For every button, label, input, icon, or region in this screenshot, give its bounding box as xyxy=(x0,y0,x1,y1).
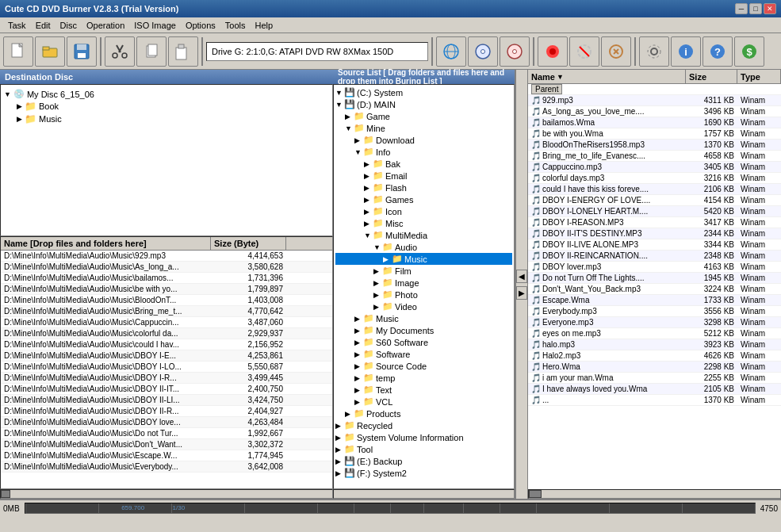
source-hscroll[interactable] xyxy=(333,489,515,499)
source-tree-item[interactable]: ▼📁MultiMedia xyxy=(335,229,512,241)
minimize-button[interactable]: ─ xyxy=(735,3,748,14)
source-tree-item[interactable]: ▶📁Image xyxy=(335,277,512,289)
browser-row[interactable]: 🎵could I have this kiss foreve....2106 K… xyxy=(528,184,781,195)
source-tree[interactable]: ▼💾(C:) System▼💾(D:) MAIN▶📁Game▼📁Mine▶📁Do… xyxy=(333,84,515,489)
browser-row[interactable]: 🎵DBOY lover.mp34163 KBWinam xyxy=(528,262,781,273)
file-list-row[interactable]: D:\Mine\Info\MultiMedia\Audio\Music\Capp… xyxy=(1,317,332,328)
tree-item-music[interactable]: ▶ 📁 Music xyxy=(17,113,329,125)
source-tree-item[interactable]: ▶📁temp xyxy=(335,372,512,384)
browser-row[interactable]: 🎵Do not Turn Off The Lights....1945 KBWi… xyxy=(528,273,781,284)
browser-row[interactable]: 🎵I have always loved you.Wma2105 KBWinam xyxy=(528,384,781,395)
source-tree-item[interactable]: ▶📁Bak xyxy=(335,158,512,170)
file-list-row[interactable]: D:\Mine\Info\MultiMedia\Audio\Music\Bloo… xyxy=(1,295,332,306)
source-tree-item[interactable]: ▶📁Products xyxy=(335,408,512,419)
menu-help[interactable]: Help xyxy=(250,19,278,32)
browser-col-size-header[interactable]: Size xyxy=(686,70,737,83)
file-list-row[interactable]: D:\Mine\Info\MultiMedia\Audio\Music\DBOY… xyxy=(1,384,332,395)
browser-row[interactable]: 🎵eyes on me.mp35212 KBWinam xyxy=(528,328,781,339)
source-tree-item[interactable]: ▼💾(D:) MAIN xyxy=(335,98,512,110)
toolbar-record[interactable] xyxy=(538,36,568,67)
browser-row[interactable]: 🎵DBOY II-LIVE ALONE.MP33344 KBWinam xyxy=(528,239,781,251)
source-tree-item[interactable]: ▶📁Music xyxy=(335,312,512,324)
source-tree-item[interactable]: ▶📁Source Code xyxy=(335,360,512,372)
browser-hscroll[interactable] xyxy=(528,489,781,499)
menu-options[interactable]: Options xyxy=(181,19,220,32)
browser-row[interactable]: 🎵Everybody.mp33556 KBWinam xyxy=(528,306,781,317)
menu-edit[interactable]: Edit xyxy=(31,19,56,32)
browser-row[interactable]: 🎵halo.mp33923 KBWinam xyxy=(528,339,781,350)
source-tree-item[interactable]: ▶📁System Volume Information xyxy=(335,431,512,443)
browser-row[interactable]: 🎵Cappuccino.mp33405 KBWinam xyxy=(528,162,781,173)
toolbar-erase[interactable] xyxy=(569,36,599,67)
browser-row[interactable]: 🎵929.mp34311 KBWinam xyxy=(528,95,781,106)
toolbar-save[interactable] xyxy=(67,36,97,67)
browser-row[interactable]: 🎵i am your man.Wma2255 KBWinam xyxy=(528,373,781,384)
browser-col-name-header[interactable]: Name ▼ xyxy=(528,70,686,83)
source-tree-item[interactable]: ▼📁Info xyxy=(335,146,512,158)
browser-row[interactable]: Parent xyxy=(528,84,781,95)
file-list-row[interactable]: D:\Mine\Info\MultiMedia\Audio\Music\DBOY… xyxy=(1,373,332,384)
source-tree-item[interactable]: ▶📁Photo xyxy=(335,289,512,300)
browser-row[interactable]: 🎵As_long_as_you_love_me....3496 KBWinam xyxy=(528,106,781,117)
source-tree-item[interactable]: ▶📁Icon xyxy=(335,205,512,217)
toolbar-cut[interactable] xyxy=(105,36,135,67)
menu-task[interactable]: Task xyxy=(3,19,31,32)
file-list-row[interactable]: D:\Mine\Info\MultiMedia\Audio\Music\DBOY… xyxy=(1,406,332,417)
browser-row[interactable]: 🎵Hero.Wma2298 KBWinam xyxy=(528,362,781,373)
file-list-row[interactable]: D:\Mine\Info\MultiMedia\Audio\Music\Esca… xyxy=(1,450,332,461)
menu-disc[interactable]: Disc xyxy=(56,19,82,32)
file-list-row[interactable]: D:\Mine\Info\MultiMedia\Audio\Music\coul… xyxy=(1,339,332,350)
source-tree-item[interactable]: ▶📁Text xyxy=(335,384,512,396)
source-tree-item[interactable]: ▶📁My Documents xyxy=(335,324,512,336)
hscroll-thumb[interactable] xyxy=(1,490,10,498)
toolbar-open[interactable] xyxy=(35,36,65,67)
file-list-row[interactable]: D:\Mine\Info\MultiMedia\Audio\Music\Don'… xyxy=(1,439,332,450)
source-tree-item[interactable]: ▶💾(F:) System2 xyxy=(335,467,512,479)
file-col-name-header[interactable]: Name [Drop files and folders here] xyxy=(1,237,211,250)
source-tree-item[interactable]: ▶📁Email xyxy=(335,170,512,182)
file-list-row[interactable]: D:\Mine\Info\MultiMedia\Audio\Music\be w… xyxy=(1,284,332,295)
toolbar-copy[interactable] xyxy=(136,36,167,67)
source-tree-item[interactable]: ▶📁Games xyxy=(335,193,512,205)
source-tree-item[interactable]: ▶📁Game xyxy=(335,110,512,122)
file-col-size-header[interactable]: Size (Byte) xyxy=(211,237,286,250)
file-list-row[interactable]: D:\Mine\Info\MultiMedia\Audio\Music\929.… xyxy=(1,251,332,262)
close-button[interactable]: ✕ xyxy=(764,3,776,14)
maximize-button[interactable]: □ xyxy=(749,3,762,14)
browser-hscroll-thumb[interactable] xyxy=(529,490,542,498)
source-tree-item[interactable]: ▼💾(C:) System xyxy=(335,86,512,98)
toolbar-disc2[interactable] xyxy=(500,36,530,67)
toolbar-paste[interactable] xyxy=(168,36,198,67)
browser-row[interactable]: 🎵colorful days.mp33216 KBWinam xyxy=(528,173,781,184)
menu-operation[interactable]: Operation xyxy=(82,19,129,32)
scroll-right-btn[interactable]: ▶ xyxy=(516,286,527,300)
file-list[interactable]: Name [Drop files and folders here] Size … xyxy=(0,236,333,489)
file-browser-list[interactable]: Parent🎵929.mp34311 KBWinam🎵As_long_as_yo… xyxy=(528,84,781,489)
source-tree-item[interactable]: ▶📁Tool xyxy=(335,443,512,455)
toolbar-stop[interactable] xyxy=(601,36,631,67)
toolbar-help[interactable]: ? xyxy=(703,36,733,67)
browser-row[interactable]: 🎵DBOY I-REASON.MP33417 KBWinam xyxy=(528,217,781,228)
browser-row[interactable]: 🎵DBOY II-REINCARNATION....2348 KBWinam xyxy=(528,251,781,262)
source-tree-item[interactable]: ▶📁Misc xyxy=(335,217,512,229)
browser-row[interactable]: 🎵bailamos.Wma1690 KBWinam xyxy=(528,117,781,128)
source-tree-item[interactable]: ▶📁Recycled xyxy=(335,419,512,431)
source-tree-item[interactable]: ▶📁Music xyxy=(335,253,512,265)
source-tree-item[interactable]: ▶💾(E:) Backup xyxy=(335,455,512,467)
browser-row[interactable]: 🎵be with you.Wma1757 KBWinam xyxy=(528,128,781,140)
scroll-left-btn[interactable]: ◀ xyxy=(516,270,527,283)
file-list-row[interactable]: D:\Mine\Info\MultiMedia\Audio\Music\Brin… xyxy=(1,306,332,317)
file-list-row[interactable]: D:\Mine\Info\MultiMedia\Audio\Music\DBOY… xyxy=(1,417,332,428)
file-list-hscroll[interactable] xyxy=(0,489,333,499)
browser-row[interactable]: 🎵Everyone.mp33298 KBWinam xyxy=(528,317,781,328)
source-tree-item[interactable]: ▼📁Audio xyxy=(335,241,512,253)
source-tree-item[interactable]: ▶📁VCL xyxy=(335,396,512,408)
dest-tree[interactable]: ▼ 💿 My Disc 6_15_06 ▶ 📁 Book ▶ 📁 Mus xyxy=(0,84,333,236)
source-tree-item[interactable]: ▼📁Mine xyxy=(335,122,512,134)
browser-row[interactable]: 🎵Escape.Wma1733 KBWinam xyxy=(528,295,781,306)
toolbar-buy[interactable]: $ xyxy=(734,36,764,67)
source-tree-item[interactable]: ▶📁Film xyxy=(335,265,512,277)
browser-row[interactable]: 🎵Bring_me_to_life_Evanesc....4658 KBWina… xyxy=(528,151,781,162)
toolbar-new[interactable] xyxy=(3,36,33,67)
tree-item-book[interactable]: ▶ 📁 Book xyxy=(17,100,329,113)
